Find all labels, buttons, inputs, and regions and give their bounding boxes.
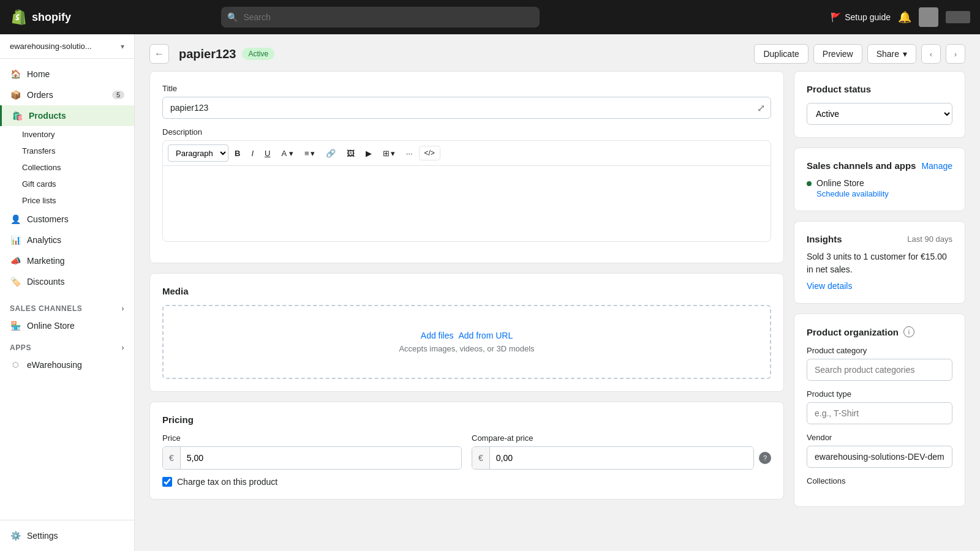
media-links: Add files Add from URL [176, 331, 758, 340]
compare-help-icon[interactable]: ? [759, 452, 771, 464]
schedule-availability-link[interactable]: Schedule availability [816, 189, 889, 198]
sidebar-item-home[interactable]: 🏠 Home [0, 64, 134, 84]
align-button[interactable]: ≡ ▾ [300, 146, 320, 160]
share-button[interactable]: Share ▾ [867, 44, 916, 64]
add-files-link[interactable]: Add files [421, 331, 454, 340]
link-button[interactable]: 🔗 [321, 146, 341, 160]
sidebar-item-orders[interactable]: 📦 Orders 5 [0, 84, 134, 105]
sidebar-item-customers[interactable]: 👤 Customers [0, 209, 134, 230]
bold-button[interactable]: B [230, 146, 245, 160]
orders-badge: 5 [112, 91, 124, 99]
sidebar-item-discounts[interactable]: 🏷️ Discounts [0, 271, 134, 292]
left-column: Title ⤢ Description Paragraph [149, 71, 784, 500]
sidebar-item-analytics[interactable]: 📊 Analytics [0, 230, 134, 250]
flag-icon: 🚩 [831, 12, 841, 22]
store-selector[interactable]: ewarehousing-solutio... ▾ [0, 34, 134, 59]
org-title: Product organization [807, 327, 899, 337]
status-badge: Active [242, 48, 274, 60]
manage-link[interactable]: Manage [921, 161, 952, 171]
title-input[interactable] [162, 97, 771, 119]
apps-section[interactable]: Apps › [0, 336, 134, 354]
image-button[interactable]: 🖼 [342, 146, 360, 160]
search-input[interactable] [221, 7, 540, 28]
sales-channels-header: Sales channels and apps Manage [807, 160, 952, 171]
org-info-icon[interactable]: i [903, 326, 914, 337]
sidebar-item-products[interactable]: 🛍️ Products [0, 105, 134, 126]
media-hint: Accepts images, videos, or 3D models [176, 344, 758, 353]
media-title: Media [162, 286, 771, 296]
sales-channels-section[interactable]: Sales channels › [0, 297, 134, 315]
text-color-button[interactable]: A ▾ [276, 146, 298, 160]
type-input[interactable] [807, 402, 952, 424]
pricing-card: Pricing Price € Compare-at price [149, 402, 784, 500]
pricing-title: Pricing [162, 414, 771, 425]
table-button[interactable]: ⊞ ▾ [378, 146, 400, 160]
vendor-input[interactable] [807, 446, 952, 468]
setup-guide-button[interactable]: 🚩 Setup guide [831, 12, 891, 22]
sidebar-item-gift-cards[interactable]: Gift cards [0, 176, 134, 192]
settings-icon: ⚙️ [10, 530, 21, 541]
duplicate-button[interactable]: Duplicate [754, 44, 808, 64]
price-row: Price € Compare-at price € [162, 433, 771, 470]
logo: shopify [10, 9, 71, 26]
search-icon: 🔍 [227, 12, 238, 22]
sidebar-item-collections[interactable]: Collections [0, 159, 134, 176]
title-expand-icon: ⤢ [757, 102, 765, 114]
charge-tax-checkbox[interactable] [162, 477, 172, 487]
media-dropzone[interactable]: Add files Add from URL Accepts images, v… [162, 305, 771, 379]
prev-product-button[interactable]: ‹ [921, 44, 941, 64]
vendor-group: Vendor [807, 433, 952, 468]
next-product-button[interactable]: › [946, 44, 965, 64]
charge-tax-label: Charge tax on this product [177, 477, 277, 487]
compare-price-input[interactable] [490, 447, 753, 469]
title-field-group: Title ⤢ [162, 84, 771, 119]
type-label: Product type [807, 389, 952, 399]
product-status-title: Product status [807, 84, 952, 94]
preview-button[interactable]: Preview [813, 44, 862, 64]
description-textarea[interactable] [163, 166, 771, 239]
store-switcher[interactable] [946, 11, 970, 23]
sidebar-item-inventory[interactable]: Inventory [0, 126, 134, 143]
collections-group: Collections [807, 476, 952, 485]
content-columns: Title ⤢ Description Paragraph [135, 71, 980, 522]
description-label: Description [162, 127, 771, 137]
view-details-link[interactable]: View details [807, 281, 852, 291]
sidebar: ewarehousing-solutio... ▾ 🏠 Home 📦 Order… [0, 34, 135, 551]
price-label: Price [162, 433, 462, 443]
vendor-label: Vendor [807, 433, 952, 442]
add-from-url-link[interactable]: Add from URL [459, 331, 513, 340]
video-button[interactable]: ▶ [361, 146, 377, 160]
section-expand-icon: › [121, 304, 124, 313]
underline-button[interactable]: U [260, 146, 275, 160]
sidebar-item-price-lists[interactable]: Price lists [0, 192, 134, 209]
insights-title: Insights [807, 234, 842, 244]
notifications-bell[interactable]: 🔔 [898, 10, 911, 24]
sidebar-item-settings[interactable]: ⚙️ Settings [0, 525, 134, 546]
analytics-icon: 📊 [10, 234, 21, 246]
category-label: Product category [807, 346, 952, 355]
category-input[interactable] [807, 359, 952, 381]
sidebar-item-online-store[interactable]: 🏪 Online Store [0, 315, 134, 336]
sidebar-item-transfers[interactable]: Transfers [0, 143, 134, 159]
customers-icon: 👤 [10, 214, 21, 225]
sales-channels-card: Sales channels and apps Manage Online St… [794, 148, 965, 211]
product-status-select[interactable]: Active Draft Archived [807, 103, 952, 125]
italic-button[interactable]: I [246, 146, 258, 160]
avatar[interactable] [919, 7, 938, 27]
paragraph-select[interactable]: Paragraph [168, 144, 228, 162]
channel-info: Online Store Schedule availability [816, 178, 889, 198]
topbar-right: 🚩 Setup guide 🔔 [831, 7, 970, 27]
code-button[interactable]: </> [419, 146, 440, 160]
home-icon: 🏠 [10, 69, 21, 80]
apps-expand-icon: › [121, 343, 124, 352]
org-header: Product organization i [807, 326, 952, 337]
price-input[interactable] [181, 447, 461, 469]
orders-icon: 📦 [10, 89, 21, 100]
more-button[interactable]: ··· [401, 146, 418, 160]
insights-period: Last 90 days [907, 234, 952, 244]
sidebar-item-ewarehousing[interactable]: ⬡ eWarehousing [0, 354, 134, 375]
back-button[interactable]: ← [149, 44, 169, 64]
insights-card: Insights Last 90 days Sold 3 units to 1 … [794, 221, 965, 304]
sidebar-item-marketing[interactable]: 📣 Marketing [0, 250, 134, 271]
compare-price-group: Compare-at price € ? [472, 433, 771, 470]
